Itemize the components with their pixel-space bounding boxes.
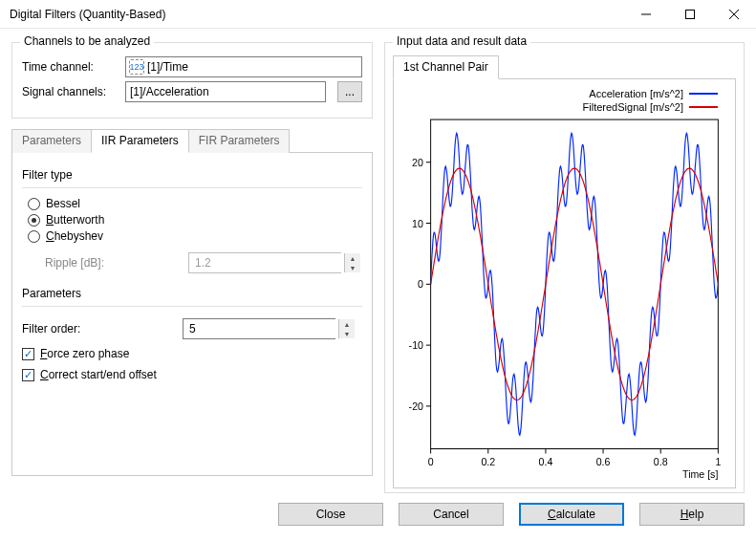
result-legend: Input data and result data xyxy=(393,34,530,48)
radio-butterworth-label: Butterworth xyxy=(46,213,104,227)
svg-text:1: 1 xyxy=(715,456,721,467)
svg-text:-20: -20 xyxy=(409,400,423,412)
maximize-button[interactable] xyxy=(668,0,712,29)
legend-entry-filtered: FilteredSignal [m/s^2] xyxy=(583,100,683,114)
svg-rect-1 xyxy=(686,10,695,18)
ripple-step-down: ▼ xyxy=(345,263,360,272)
titlebar: Digital Filters (Quantity-Based) xyxy=(0,0,756,29)
browse-signal-button[interactable]: ... xyxy=(337,81,362,102)
channels-legend: Channels to be analyzed xyxy=(20,34,154,48)
tabs-strip: Parameters IIR Parameters FIR Parameters xyxy=(11,128,373,153)
filter-order-label: Filter order: xyxy=(22,322,175,335)
svg-text:0.4: 0.4 xyxy=(539,456,553,467)
time-channel-input[interactable] xyxy=(125,56,362,77)
ripple-step-up: ▲ xyxy=(345,253,360,263)
tab-body: Filter type Bessel Butterworth Chebys xyxy=(11,153,373,476)
svg-text:0.2: 0.2 xyxy=(481,456,495,467)
cancel-button[interactable]: Cancel xyxy=(399,503,504,526)
svg-text:20: 20 xyxy=(412,157,423,168)
window-title: Digital Filters (Quantity-Based) xyxy=(10,8,624,21)
force-zero-phase-label: Force zero phase xyxy=(40,347,129,360)
svg-text:0.8: 0.8 xyxy=(654,456,668,467)
ripple-field xyxy=(189,253,344,272)
checkbox-correct-offset[interactable] xyxy=(22,369,34,381)
svg-text:0: 0 xyxy=(428,456,434,467)
chart-plot: -20-100102000.20.40.60.81Time [s] xyxy=(396,114,727,482)
svg-text:0.6: 0.6 xyxy=(596,456,611,467)
filter-order-step-up[interactable]: ▲ xyxy=(339,319,355,329)
radio-bessel[interactable] xyxy=(28,198,40,210)
radio-chebyshev-label: Chebyshev xyxy=(46,229,103,243)
signal-channels-input[interactable] xyxy=(125,81,326,102)
close-window-button[interactable] xyxy=(712,0,756,29)
tab-parameters[interactable]: Parameters xyxy=(11,129,92,153)
svg-text:Time [s]: Time [s] xyxy=(682,468,718,480)
tab-iir-parameters[interactable]: IIR Parameters xyxy=(91,129,189,153)
radio-butterworth[interactable] xyxy=(28,214,40,227)
checkbox-force-zero-phase[interactable] xyxy=(22,348,34,360)
chart-frame: Acceleration [m/s^2] FilteredSignal [m/s… xyxy=(393,79,736,488)
ripple-input: ▲ ▼ xyxy=(188,252,341,273)
legend-entry-acceleration: Acceleration [m/s^2] xyxy=(589,87,683,100)
filter-order-input[interactable]: ▲ ▼ xyxy=(183,318,335,339)
svg-text:10: 10 xyxy=(412,217,423,228)
filter-type-group: Filter type Bessel Butterworth Chebys xyxy=(22,168,362,273)
radio-chebyshev[interactable] xyxy=(28,230,40,243)
button-bar: Close Cancel Calculate Help xyxy=(0,497,756,535)
filter-order-step-down[interactable]: ▼ xyxy=(339,329,355,338)
parameters-legend: Parameters xyxy=(22,287,362,300)
radio-bessel-label: Bessel xyxy=(46,197,80,210)
signal-channels-label: Signal channels: xyxy=(22,85,118,98)
correct-offset-label: Correct start/end offset xyxy=(40,368,157,381)
svg-text:0: 0 xyxy=(418,278,423,290)
time-channel-label: Time channel: xyxy=(22,60,118,74)
minimize-button[interactable] xyxy=(624,0,668,29)
filter-order-field[interactable] xyxy=(184,319,338,338)
chart-legend: Acceleration [m/s^2] FilteredSignal [m/s… xyxy=(396,85,727,114)
close-button[interactable]: Close xyxy=(278,503,383,526)
filter-type-legend: Filter type xyxy=(22,168,362,182)
ripple-label: Ripple [dB]: xyxy=(28,256,181,270)
tab-channel-pair[interactable]: 1st Channel Pair xyxy=(393,55,499,79)
svg-text:-10: -10 xyxy=(409,339,423,351)
tab-fir-parameters[interactable]: FIR Parameters xyxy=(188,129,291,153)
legend-swatch-acceleration xyxy=(689,93,718,95)
help-button[interactable]: Help xyxy=(639,503,745,526)
channels-group: Channels to be analyzed Time channel: 12… xyxy=(11,42,373,119)
result-group: Input data and result data 1st Channel P… xyxy=(384,42,745,493)
calculate-button[interactable]: Calculate xyxy=(519,503,624,526)
legend-swatch-filtered xyxy=(689,106,718,108)
numeric-icon: 123 xyxy=(129,59,144,75)
